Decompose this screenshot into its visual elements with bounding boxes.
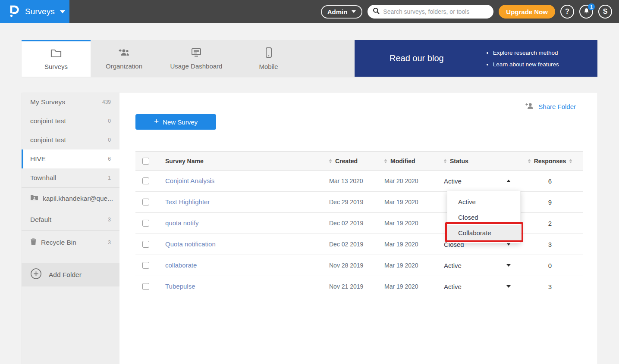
navbar-right: Admin Upgrade Now ? 1 S (321, 0, 619, 23)
add-folder-button[interactable]: Add Folder (22, 263, 119, 286)
sort-icon[interactable] (329, 159, 332, 163)
sidebar-filler (22, 286, 119, 364)
status-option-collaborate[interactable]: Collaborate (447, 225, 520, 240)
banner-bullet: Explore research method (493, 50, 559, 56)
sort-icon[interactable] (528, 159, 531, 163)
folder-label: conjoint test (30, 117, 66, 125)
select-all-checkbox[interactable] (142, 158, 149, 165)
sidebar-item-hive[interactable]: HIVE 6 (22, 149, 119, 168)
sort-icon[interactable] (384, 159, 387, 163)
notifications-button[interactable]: 1 (579, 5, 593, 19)
search-input[interactable] (383, 8, 488, 15)
share-person-icon (525, 102, 534, 111)
survey-name-link[interactable]: collaborate (165, 261, 197, 269)
people-add-icon (118, 47, 131, 59)
new-survey-button[interactable]: + New Survey (135, 114, 216, 130)
folder-icon (50, 48, 62, 59)
admin-menu-label: Admin (327, 8, 348, 16)
sort-icon[interactable] (569, 159, 572, 163)
sidebar-item-conjoint-test-1[interactable]: conjoint test 0 (22, 112, 119, 131)
row-checkbox[interactable] (142, 262, 149, 269)
modified-date: Mar 19 2020 (384, 241, 418, 248)
global-search[interactable] (368, 5, 493, 19)
plus-circle-icon (30, 268, 42, 281)
tab-surveys[interactable]: Surveys (22, 40, 91, 77)
survey-list-content: Share Folder + New Survey Survey Name Cr… (119, 93, 597, 364)
banner-bullet: Learn about new features (493, 61, 559, 68)
dashboard-icon (190, 47, 202, 59)
sidebar-item-townhall[interactable]: Townhall 1 (22, 168, 119, 187)
sidebar-item-conjoint-test-2[interactable]: conjoint test 0 (22, 131, 119, 149)
status-dropdown-menu: Active Closed Collaborate (447, 191, 521, 243)
modified-date: Mar 19 2020 (384, 220, 418, 227)
survey-name-link[interactable]: Conjoint Analysis (165, 177, 214, 184)
admin-menu-button[interactable]: Admin (321, 5, 363, 19)
shared-folder-icon (30, 194, 38, 202)
status-caret-down-icon[interactable] (506, 264, 511, 267)
blog-banner[interactable]: Read our blog Explore research method Le… (355, 40, 597, 77)
tab-label: Usage Dashboard (170, 62, 223, 70)
table-row: Tubepulse Nov 21 2019 Mar 19 2020 Active… (135, 276, 583, 297)
folder-count: 1 (108, 175, 111, 181)
column-header-modified[interactable]: Modified (384, 158, 444, 165)
folder-label: Recycle Bin (41, 239, 76, 246)
row-checkbox[interactable] (142, 283, 149, 290)
folder-label: Default (30, 216, 51, 224)
responses-count: 2 (548, 220, 552, 227)
survey-name-link[interactable]: quota notify (165, 219, 199, 227)
banner-title[interactable]: Read our blog (390, 53, 444, 63)
column-header-survey-name[interactable]: Survey Name (158, 158, 329, 165)
sidebar-item-my-surveys[interactable]: My Surveys 439 (22, 93, 119, 112)
folder-label: kapil.khandekar@que... (43, 195, 113, 202)
row-checkbox[interactable] (142, 177, 149, 184)
user-avatar[interactable]: S (598, 5, 612, 19)
row-checkbox[interactable] (142, 199, 149, 205)
row-checkbox[interactable] (142, 220, 149, 227)
folder-label: Townhall (30, 174, 56, 182)
survey-name-link[interactable]: Quota notification (165, 240, 216, 248)
tab-mobile[interactable]: Mobile (235, 40, 302, 77)
modified-date: Mar 19 2020 (384, 283, 418, 290)
add-folder-label: Add Folder (49, 271, 82, 279)
created-date: Nov 28 2019 (329, 262, 363, 269)
share-folder-link[interactable]: Share Folder (525, 102, 576, 111)
column-header-status[interactable]: Status (444, 158, 517, 165)
folder-count: 0 (108, 137, 111, 143)
sidebar-item-shared-account[interactable]: kapil.khandekar@que... (22, 187, 119, 209)
responses-count: 9 (548, 199, 552, 206)
created-date: Dec 29 2019 (329, 199, 363, 205)
tab-label: Mobile (259, 63, 278, 70)
status-value: Active (444, 283, 462, 290)
tab-organization[interactable]: Organization (91, 40, 157, 77)
folders-sidebar: My Surveys 439 conjoint test 0 conjoint … (22, 93, 119, 364)
responses-count: 6 (548, 177, 552, 185)
sidebar-item-recycle-bin[interactable]: Recycle Bin 3 (22, 230, 119, 254)
help-button[interactable]: ? (560, 5, 574, 19)
question-mark-icon: ? (565, 8, 569, 16)
column-header-created[interactable]: Created (329, 158, 384, 165)
questionpro-logo-icon (9, 3, 20, 20)
row-checkbox[interactable] (142, 241, 149, 248)
folder-label: conjoint test (30, 136, 66, 144)
product-name: Surveys (25, 7, 55, 16)
chevron-down-icon (60, 10, 65, 13)
responses-count: 3 (548, 241, 552, 248)
status-value: Active (444, 262, 462, 269)
folder-count: 6 (108, 156, 111, 162)
column-header-responses[interactable]: Responses (517, 158, 583, 165)
new-survey-label: New Survey (163, 118, 198, 126)
product-switcher[interactable]: Surveys (0, 0, 69, 23)
status-caret-down-icon[interactable] (506, 285, 511, 288)
sort-icon[interactable] (444, 159, 446, 163)
status-option-closed[interactable]: Closed (447, 209, 520, 225)
folder-count: 3 (108, 240, 111, 246)
status-option-active[interactable]: Active (447, 194, 520, 209)
status-caret-up-icon[interactable] (506, 180, 511, 182)
survey-name-link[interactable]: Text Highlighter (165, 198, 210, 205)
survey-name-link[interactable]: Tubepulse (165, 283, 195, 290)
upgrade-now-button[interactable]: Upgrade Now (499, 5, 555, 19)
sidebar-item-default[interactable]: Default 3 (22, 209, 119, 230)
avatar-initial: S (603, 8, 608, 16)
modified-date: Mar 19 2020 (384, 262, 418, 269)
tab-usage-dashboard[interactable]: Usage Dashboard (157, 40, 235, 77)
